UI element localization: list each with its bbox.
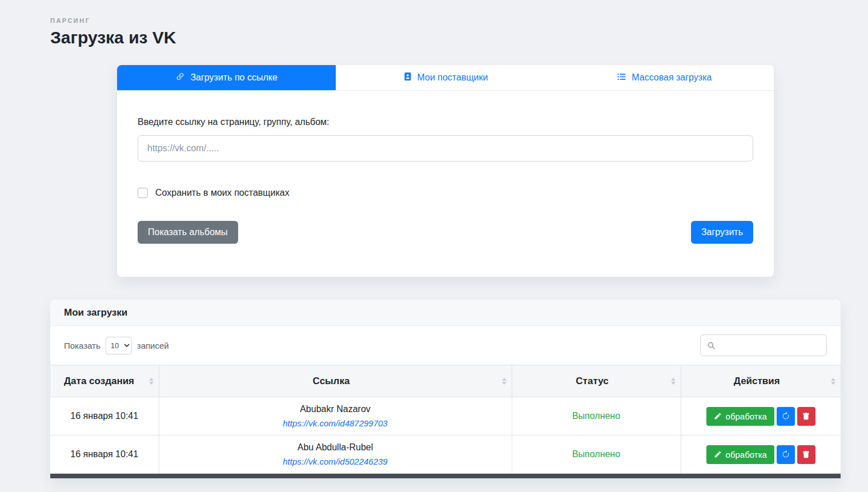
search-input[interactable] [720, 340, 820, 351]
page-title: Загрузка из VK [50, 28, 868, 47]
table-search-box [700, 334, 827, 356]
page-size-control: Показать 10 записей [64, 337, 169, 354]
uploader-panel: Введите ссылку на страницу, группу, альб… [117, 91, 774, 277]
sort-carets-icon [502, 378, 507, 385]
tab-my-suppliers[interactable]: Мои поставщики [336, 65, 554, 90]
refresh-button[interactable] [777, 407, 795, 426]
cell-actions: обработка [681, 435, 841, 474]
breadcrumb-kicker: ПАРСИНГ [50, 17, 868, 24]
trash-icon [802, 451, 810, 458]
pencil-icon [714, 451, 721, 458]
process-button[interactable]: обработка [706, 445, 774, 464]
load-button[interactable]: Загрузить [691, 221, 753, 244]
refresh-button[interactable] [777, 445, 795, 464]
cell-status: Выполнено [512, 397, 681, 435]
delete-button[interactable] [797, 445, 815, 464]
vk-url-input[interactable] [138, 135, 753, 162]
records-label: записей [137, 341, 169, 350]
pencil-icon [714, 413, 721, 420]
downloads-card: Мои загрузки Показать 10 записей Дата со… [50, 300, 841, 478]
tab-label: Мои поставщики [417, 72, 488, 83]
search-icon [707, 341, 716, 350]
refresh-icon [782, 450, 790, 458]
refresh-icon [782, 412, 790, 420]
list-icon [617, 72, 626, 84]
cell-actions: обработка [681, 397, 841, 435]
table-row: 16 января 10:41 Abu Abdulla-Rubel https:… [50, 435, 841, 474]
tab-mass-upload[interactable]: Массовая загрузка [555, 65, 774, 90]
table-header-row: Дата создания Ссылка Статус Действия [50, 365, 841, 397]
uploader-actions: Показать альбомы Загрузить [138, 221, 753, 244]
row-url-link[interactable]: https://vk.com/id487299703 [166, 418, 505, 428]
show-label: Показать [64, 341, 101, 350]
header-link[interactable]: Ссылка [159, 365, 512, 397]
table-controls: Показать 10 записей [50, 326, 841, 365]
row-name: Abubakr Nazarov [300, 404, 371, 414]
downloads-card-title: Мои загрузки [50, 300, 841, 326]
link-icon [175, 72, 185, 84]
url-field-label: Введите ссылку на страницу, группу, альб… [138, 117, 753, 127]
cell-status: Выполнено [512, 435, 681, 474]
table-footer-strip [50, 474, 841, 478]
header-actions[interactable]: Действия [681, 365, 841, 397]
process-button[interactable]: обработка [706, 407, 774, 426]
delete-button[interactable] [797, 407, 815, 426]
uploader-tabs: Загрузить по ссылке Мои поставщики Массо… [117, 65, 774, 91]
show-albums-button[interactable]: Показать альбомы [138, 221, 238, 244]
tab-label: Загрузить по ссылке [190, 72, 277, 83]
cell-date: 16 января 10:41 [50, 397, 159, 435]
status-badge: Выполнено [572, 411, 620, 421]
uploader-card: Загрузить по ссылке Мои поставщики Массо… [117, 65, 774, 277]
trash-icon [802, 413, 810, 420]
page-size-select[interactable]: 10 [106, 337, 132, 354]
downloads-table: Дата создания Ссылка Статус Действия [50, 365, 841, 474]
save-suppliers-row: Сохранить в моих поставщиках [138, 188, 753, 198]
header-status[interactable]: Статус [512, 365, 681, 397]
header-date[interactable]: Дата создания [50, 365, 159, 397]
cell-link: Abu Abdulla-Rubel https://vk.com/id50224… [159, 435, 512, 474]
tab-load-by-link[interactable]: Загрузить по ссылке [117, 65, 336, 90]
row-url-link[interactable]: https://vk.com/id502246239 [166, 457, 505, 466]
sort-carets-icon [831, 378, 835, 385]
page-header: ПАРСИНГ Загрузка из VK [0, 0, 868, 47]
status-badge: Выполнено [572, 449, 620, 459]
tab-label: Массовая загрузка [632, 72, 712, 83]
sort-carets-icon [671, 378, 676, 385]
cell-link: Abubakr Nazarov https://vk.com/id4872997… [159, 397, 512, 435]
save-suppliers-label: Сохранить в моих поставщиках [155, 188, 290, 198]
save-suppliers-checkbox[interactable] [138, 188, 148, 198]
person-card-icon [403, 72, 412, 83]
sort-carets-icon [149, 378, 154, 385]
table-row: 16 января 10:41 Abubakr Nazarov https://… [50, 397, 841, 435]
row-name: Abu Abdulla-Rubel [298, 442, 373, 452]
cell-date: 16 января 10:41 [50, 435, 159, 474]
